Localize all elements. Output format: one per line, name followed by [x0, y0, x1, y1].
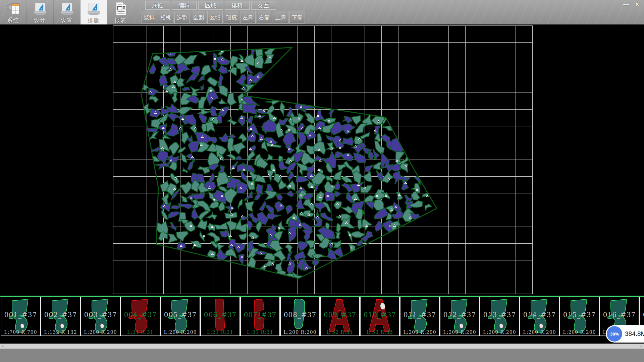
part-id-label: 005_#37: [161, 311, 200, 319]
scroll-right-arrow-icon[interactable]: ›: [638, 344, 644, 349]
design-ruler-icon: [33, 1, 48, 16]
part-lr-count-label: L:200 R:200: [400, 329, 439, 335]
settings-button-label: 设置: [61, 17, 73, 24]
part-id-label: 013_#37: [480, 311, 519, 319]
part-lr-count-label: L:200 R:200: [560, 329, 599, 335]
menu-tab-3[interactable]: 排料: [225, 1, 250, 10]
tool-button-4[interactable]: 区域: [207, 11, 223, 24]
part-lr-count-label: L:33 R:33: [361, 329, 399, 335]
part-thumbnail-010_#37[interactable]: 010_#37L:33 R:33: [360, 297, 400, 336]
part-thumbnail-001_#37[interactable]: 001_#37L:700 R:700: [1, 297, 41, 336]
main-button-bar: 系统 设计 设置 排版 报表: [0, 0, 134, 24]
part-id-label: 016_#37: [600, 311, 639, 319]
part-id-label: 011_#37: [400, 311, 439, 319]
settings-ruler-icon: [59, 1, 75, 16]
part-id-label: 004_#37: [121, 311, 160, 319]
part-id-label: 010_#37: [361, 311, 399, 319]
system-gear-icon: [6, 1, 21, 16]
design-button-label: 设计: [34, 17, 46, 24]
part-id-label: 003_#37: [81, 311, 120, 319]
close-button[interactable]: ×: [633, 1, 642, 8]
part-id-label: 017_#37: [640, 311, 644, 319]
progress-circle: 38%: [607, 326, 622, 342]
scroll-left-arrow-icon[interactable]: ‹: [0, 344, 6, 349]
part-thumbnail-015_#37[interactable]: 015_#37L:200 R:200: [559, 297, 599, 336]
nesting-canvas[interactable]: [0, 24, 644, 296]
part-id-label: 014_#37: [520, 311, 559, 319]
tool-button-0[interactable]: 聚排: [142, 11, 157, 24]
nesting-ruler-icon: [86, 1, 102, 16]
minimize-button[interactable]: —: [621, 1, 631, 8]
part-lr-count-label: L:32 R:31: [321, 329, 359, 335]
part-lr-count-label: L:200 R:200: [161, 329, 200, 335]
part-lr-count-label: L:132 R:132: [41, 329, 80, 335]
progress-percent: 38%: [610, 331, 619, 337]
part-lr-count-label: L:200 R:200: [281, 329, 319, 335]
nested-pieces[interactable]: [140, 47, 432, 285]
design-button[interactable]: 设计: [27, 0, 54, 24]
system-button-label: 系统: [7, 17, 19, 24]
part-id-label: 002_#37: [41, 311, 80, 319]
part-thumbnail-013_#37[interactable]: 013_#37L:200 R:200: [480, 297, 520, 336]
tool-button-1[interactable]: 相机: [158, 11, 173, 24]
part-id-label: 007_#37: [241, 311, 279, 319]
tool-button-3[interactable]: 全割: [191, 11, 206, 24]
part-id-label: 012_#37: [440, 311, 479, 319]
part-thumbnail-011_#37[interactable]: 011_#37L:200 R:200: [400, 297, 440, 336]
part-thumbnail-002_#37[interactable]: 002_#37L:132 R:132: [41, 297, 80, 336]
nesting-button[interactable]: 排版: [80, 0, 107, 24]
status-badge[interactable]: 38% 384.8M: [606, 325, 644, 343]
part-lr-count-label: L:200 R:200: [440, 329, 479, 335]
part-thumbnail-006_#37[interactable]: 006_#37L:21 R:21: [200, 297, 240, 336]
parts-strip: 001_#37L:700 R:700002_#37L:132 R:132003_…: [0, 297, 644, 337]
menu-tab-1[interactable]: 编辑: [172, 1, 197, 10]
tool-button-row: 聚排相机选割全割区域瑕疵左靠右靠上靠下靠: [142, 11, 305, 24]
settings-button[interactable]: 设置: [54, 0, 80, 24]
part-id-label: 008_#37: [281, 311, 319, 319]
tool-button-5[interactable]: 瑕疵: [224, 11, 239, 24]
part-lr-count-label: L:200 R:200: [480, 329, 519, 335]
menu-tab-0[interactable]: 属性: [145, 1, 170, 10]
memory-value: 384.8M: [625, 330, 644, 338]
nest-layout[interactable]: [0, 24, 644, 296]
part-lr-count-label: L:31 R:31: [121, 329, 160, 335]
tool-button-6[interactable]: 左靠: [240, 11, 256, 24]
nesting-button-label: 排版: [88, 17, 100, 24]
report-button[interactable]: 报表: [107, 0, 134, 24]
tool-button-9[interactable]: 下靠: [289, 11, 305, 24]
report-button-label: 报表: [115, 17, 127, 24]
part-thumbnail-008_#37[interactable]: 008_#37L:200 R:200: [280, 297, 320, 336]
part-id-label: 001_#37: [1, 311, 40, 319]
part-thumbnail-007_#37[interactable]: 007_#37L:31 R:31: [240, 297, 280, 336]
part-thumbnail-012_#37[interactable]: 012_#37L:200 R:200: [440, 297, 480, 336]
status-bar: [0, 349, 644, 362]
part-id-label: 006_#37: [201, 311, 239, 319]
tool-button-2[interactable]: 选割: [174, 11, 190, 24]
tool-button-8[interactable]: 上靠: [273, 11, 288, 24]
part-thumbnail-004_#37[interactable]: 004_#37L:31 R:31: [120, 297, 160, 336]
report-document-icon: [113, 1, 128, 16]
tool-button-7[interactable]: 右靠: [257, 11, 272, 24]
menu-tab-row: 属性编辑区域排料交互: [145, 1, 276, 10]
menu-tab-4[interactable]: 交互: [251, 1, 276, 10]
part-thumbnail-014_#37[interactable]: 014_#37L:200 R:200: [520, 297, 559, 336]
window-controls: — ×: [621, 1, 642, 8]
part-id-label: 015_#37: [560, 311, 599, 319]
horizontal-scrollbar[interactable]: ‹ ›: [0, 344, 644, 349]
part-lr-count-label: L:21 R:21: [201, 329, 239, 335]
part-thumbnail-003_#37[interactable]: 003_#37L:200 R:200: [80, 297, 120, 336]
part-lr-count-label: L:200 R:200: [81, 329, 120, 335]
part-id-label: 009_#37: [321, 311, 359, 319]
menu-tab-2[interactable]: 区域: [198, 1, 223, 10]
part-lr-count-label: L:31 R:31: [241, 329, 279, 335]
part-thumbnail-009_#37[interactable]: 009_#37L:32 R:31: [320, 297, 360, 336]
system-button[interactable]: 系统: [0, 0, 27, 24]
toolbar: 系统 设计 设置 排版 报表 属性编辑区域排料交互 聚排相机选割全割区域瑕疵左靠…: [0, 0, 644, 25]
part-thumbnail-005_#37[interactable]: 005_#37L:200 R:200: [160, 297, 200, 336]
part-lr-count-label: L:700 R:700: [1, 329, 40, 335]
part-lr-count-label: L:200 R:200: [520, 329, 559, 335]
